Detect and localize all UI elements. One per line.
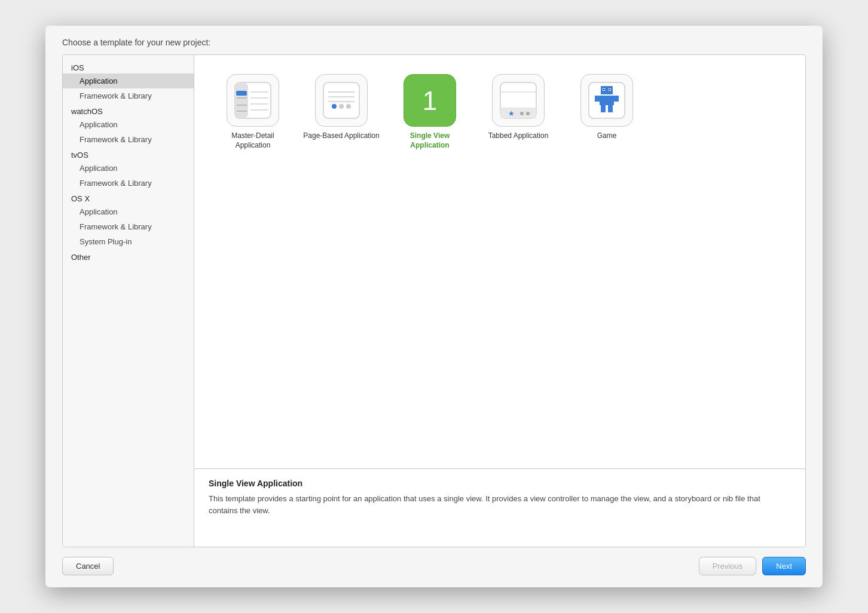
sidebar-item-watchos-application[interactable]: Application <box>63 117 194 132</box>
header-title: Choose a template for your new project: <box>62 38 210 47</box>
svg-rect-2 <box>236 91 247 96</box>
svg-point-12 <box>339 104 344 109</box>
sidebar-group-os-x: OS X <box>63 191 194 204</box>
sidebar-group-watchos: watchOS <box>63 103 194 117</box>
template-label-game: Game <box>597 131 617 141</box>
sidebar-item-osx-application[interactable]: Application <box>63 204 194 219</box>
sidebar-item-watchos-framework[interactable]: Framework & Library <box>63 132 194 147</box>
template-label-master-detail: Master-Detail Application <box>215 131 291 150</box>
template-item-single-view[interactable]: 1Single View Application <box>388 69 472 155</box>
template-item-game[interactable]: Game <box>565 69 649 155</box>
sidebar-group-other: Other <box>63 249 194 263</box>
template-label-tabbed: Tabbed Application <box>488 131 549 141</box>
dialog-footer: Cancel Previous Next <box>45 547 823 587</box>
next-button[interactable]: Next <box>762 557 806 575</box>
svg-rect-30 <box>609 89 610 90</box>
sidebar-item-osx-framework[interactable]: Framework & Library <box>63 219 194 234</box>
content-area: iOSApplicationFramework & LibrarywatchOS… <box>62 54 806 547</box>
template-label-page-based: Page-Based Application <box>303 131 379 141</box>
new-project-dialog: Choose a template for your new project: … <box>45 26 823 587</box>
description-title: Single View Application <box>209 479 791 488</box>
main-panel: Master-Detail ApplicationPage-Based Appl… <box>194 55 805 547</box>
cancel-button[interactable]: Cancel <box>62 557 114 575</box>
svg-point-11 <box>332 104 337 109</box>
svg-text:1: 1 <box>423 86 437 115</box>
svg-rect-20 <box>500 108 536 118</box>
sidebar-item-ios-framework[interactable]: Framework & Library <box>63 88 194 103</box>
svg-rect-33 <box>614 96 619 102</box>
template-icon-tabbed: ★ <box>492 74 545 127</box>
dialog-header: Choose a template for your new project: <box>45 26 823 54</box>
template-icon-single-view: 1 <box>404 74 456 127</box>
previous-button[interactable]: Previous <box>699 557 757 575</box>
sidebar-item-ios-application[interactable]: Application <box>63 73 194 88</box>
svg-rect-1 <box>235 82 248 118</box>
template-icon-game <box>580 74 633 127</box>
footer-left: Cancel <box>62 557 114 575</box>
svg-rect-35 <box>608 105 613 112</box>
sidebar-item-osx-plugin[interactable]: System Plug-in <box>63 234 194 249</box>
template-item-tabbed[interactable]: ★Tabbed Application <box>476 69 560 155</box>
footer-right: Previous Next <box>699 557 806 575</box>
svg-text:★: ★ <box>508 109 515 118</box>
sidebar-item-tvos-framework[interactable]: Framework & Library <box>63 176 194 191</box>
description-text: This template provides a starting point … <box>209 493 791 516</box>
dialog-body: iOSApplicationFramework & LibrarywatchOS… <box>45 54 823 547</box>
svg-point-13 <box>346 104 351 109</box>
template-icon-page-based <box>315 74 368 127</box>
template-icon-master-detail <box>227 74 279 127</box>
template-item-master-detail[interactable]: Master-Detail Application <box>211 69 295 155</box>
sidebar: iOSApplicationFramework & LibrarywatchOS… <box>63 55 194 547</box>
svg-rect-34 <box>601 105 606 112</box>
description-panel: Single View Application This template pr… <box>194 469 805 547</box>
svg-point-23 <box>526 112 530 115</box>
template-item-page-based[interactable]: Page-Based Application <box>299 69 383 155</box>
svg-point-22 <box>520 112 524 115</box>
svg-rect-31 <box>600 96 614 105</box>
template-label-single-view: Single View Application <box>392 131 468 150</box>
sidebar-group-tvos: tvOS <box>63 147 194 161</box>
svg-rect-32 <box>595 96 600 102</box>
sidebar-item-tvos-application[interactable]: Application <box>63 161 194 176</box>
svg-rect-29 <box>603 89 604 90</box>
svg-rect-10 <box>323 82 359 118</box>
sidebar-group-ios: iOS <box>63 60 194 73</box>
templates-grid: Master-Detail ApplicationPage-Based Appl… <box>194 55 805 469</box>
